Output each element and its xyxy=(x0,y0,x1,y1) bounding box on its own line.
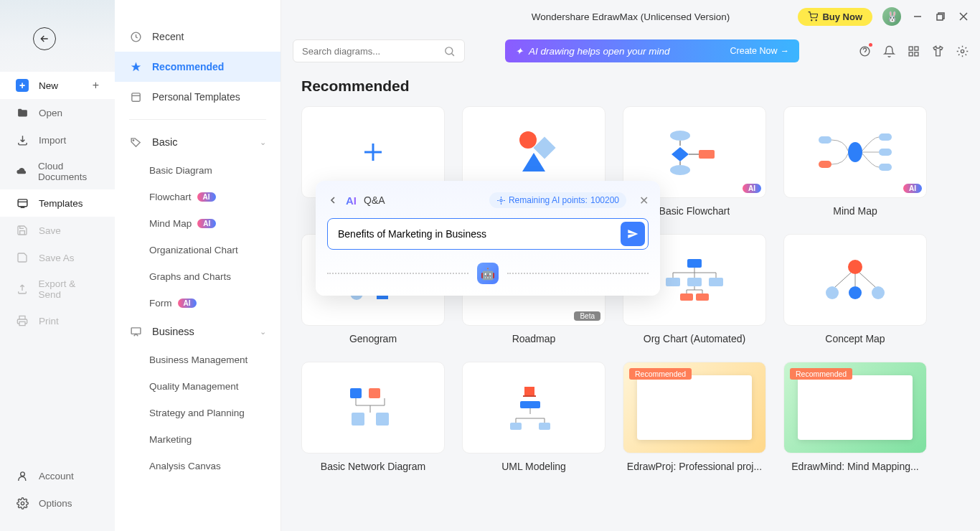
close-button[interactable] xyxy=(957,10,970,23)
ai-points-badge[interactable]: Remaining AI points: 100200 xyxy=(489,192,626,208)
card-label: EdrawMind: Mind Mapping... xyxy=(791,461,918,472)
nav-account[interactable]: Account xyxy=(0,462,115,489)
star-icon xyxy=(129,60,142,73)
card-concept-map[interactable]: Concept Map xyxy=(783,234,927,344)
cat-form[interactable]: FormAI xyxy=(115,290,281,316)
card-uml[interactable]: UML Modeling xyxy=(462,362,606,472)
svg-rect-42 xyxy=(709,278,723,286)
nav-open[interactable]: Open xyxy=(0,99,115,126)
ai-close-button[interactable]: ✕ xyxy=(639,194,649,207)
card-label: Basic Network Diagram xyxy=(321,461,425,472)
svg-rect-26 xyxy=(879,149,892,156)
app-title: Wondershare EdrawMax (Unlicensed Version… xyxy=(532,11,730,22)
cloud-icon xyxy=(16,165,28,178)
minimize-button[interactable] xyxy=(911,10,924,23)
cat-basic-diagram[interactable]: Basic Diagram xyxy=(115,157,281,184)
svg-rect-54 xyxy=(510,423,522,430)
cat-recommended[interactable]: Recommended xyxy=(115,52,281,82)
mindmap-icon xyxy=(816,131,895,174)
svg-rect-52 xyxy=(376,413,389,426)
nav-label: Open xyxy=(39,108,62,118)
cat-orgchart[interactable]: Organizational Chart xyxy=(115,237,281,263)
cat-basic-header[interactable]: Basic ⌄ xyxy=(115,127,281,157)
screenshot-mock xyxy=(798,375,913,440)
svg-rect-39 xyxy=(687,259,702,268)
cat-business-mgmt[interactable]: Business Management xyxy=(115,347,281,373)
nav-cloud[interactable]: Cloud Documents xyxy=(0,154,115,189)
recommended-badge: Recommended xyxy=(629,368,692,380)
svg-rect-0 xyxy=(18,199,27,206)
cat-analysis[interactable]: Analysis Canvas xyxy=(115,453,281,479)
cat-quality[interactable]: Quality Management xyxy=(115,373,281,400)
svg-rect-6 xyxy=(131,327,141,334)
search-box[interactable] xyxy=(293,39,465,62)
bell-icon[interactable] xyxy=(882,44,895,57)
svg-point-1 xyxy=(20,471,24,476)
cat-strategy[interactable]: Strategy and Planning xyxy=(115,400,281,426)
cat-flowchart[interactable]: FlowchartAI xyxy=(115,184,281,210)
svg-rect-27 xyxy=(879,164,892,171)
plus-icon xyxy=(360,139,386,165)
nav-templates[interactable]: Templates xyxy=(0,189,115,217)
nav-save[interactable]: Save xyxy=(0,217,115,244)
nav-label: Import xyxy=(39,135,66,146)
maximize-button[interactable] xyxy=(934,10,947,23)
card-edrawproj[interactable]: Recommended EdrawProj: Professional proj… xyxy=(623,362,766,472)
nav-options[interactable]: Options xyxy=(0,489,115,517)
ai-badge: AI xyxy=(743,184,761,193)
export-icon xyxy=(16,283,28,296)
apps-icon[interactable] xyxy=(907,44,920,57)
nav-import[interactable]: Import xyxy=(0,126,115,154)
svg-point-8 xyxy=(816,20,816,21)
uml-icon xyxy=(501,382,566,433)
cat-graphs[interactable]: Graphs and Charts xyxy=(115,263,281,290)
recommended-badge: Recommended xyxy=(790,368,852,380)
svg-rect-24 xyxy=(819,161,831,168)
svg-point-56 xyxy=(500,199,502,201)
cat-personal[interactable]: Personal Templates xyxy=(115,82,281,112)
ai-back-button[interactable] xyxy=(327,194,339,206)
svg-rect-18 xyxy=(533,136,555,159)
shirt-icon[interactable] xyxy=(931,44,944,57)
cat-marketing[interactable]: Marketing xyxy=(115,426,281,453)
ai-badge: AI xyxy=(197,192,216,202)
save-icon xyxy=(16,224,29,237)
cat-label: Recommended xyxy=(152,61,224,72)
search-input[interactable] xyxy=(302,46,438,57)
back-button[interactable] xyxy=(33,27,56,50)
ai-send-button[interactable] xyxy=(621,222,645,246)
ai-title: Q&A xyxy=(364,194,385,206)
nav-print[interactable]: Print xyxy=(0,307,115,334)
sidebar-categories: Recent Recommended Personal Templates Ba… xyxy=(115,0,281,531)
search-icon xyxy=(443,45,456,57)
presentation-icon xyxy=(129,325,142,338)
create-now-button[interactable]: Create Now → xyxy=(730,46,790,56)
saveas-icon xyxy=(16,251,29,264)
card-edrawmind[interactable]: Recommended EdrawMind: Mind Mapping... xyxy=(783,362,927,472)
sidebar-narrow: + New + Open Import Cloud Documents Temp… xyxy=(0,0,115,531)
avatar[interactable]: 🐰 xyxy=(882,7,901,26)
nav-saveas[interactable]: Save As xyxy=(0,244,115,271)
orgchart-icon xyxy=(659,255,730,305)
nav-label: Templates xyxy=(39,198,83,209)
ai-input[interactable] xyxy=(331,222,621,246)
ai-banner[interactable]: ✦ AI drawing helps open your mind Create… xyxy=(505,39,799,62)
card-mind-map[interactable]: AI Mind Map xyxy=(783,106,927,217)
cat-recent[interactable]: Recent xyxy=(115,22,281,52)
help-icon[interactable] xyxy=(858,44,871,57)
nav-label: Save xyxy=(39,225,61,236)
settings-icon[interactable] xyxy=(956,44,969,57)
card-network[interactable]: Basic Network Diagram xyxy=(301,362,445,472)
cat-mindmap[interactable]: Mind MapAI xyxy=(115,210,281,237)
shapes-icon xyxy=(505,127,562,177)
buy-now-button[interactable]: Buy Now xyxy=(798,8,872,26)
banner-text: AI drawing helps open your mind xyxy=(529,46,670,57)
svg-rect-12 xyxy=(909,47,913,50)
cat-business-header[interactable]: Business ⌄ xyxy=(115,316,281,347)
nav-new[interactable]: + New + xyxy=(0,72,115,99)
nav-export[interactable]: Export & Send xyxy=(0,271,115,307)
templates-icon xyxy=(16,197,29,210)
svg-rect-44 xyxy=(696,293,709,301)
add-icon[interactable]: + xyxy=(93,79,99,92)
svg-rect-20 xyxy=(699,150,715,159)
